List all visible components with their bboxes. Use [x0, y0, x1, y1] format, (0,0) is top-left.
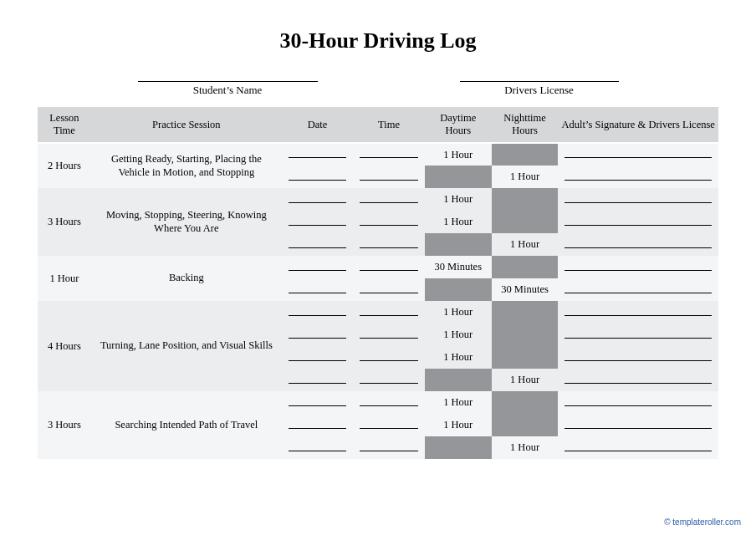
date-cell[interactable]	[282, 324, 354, 346]
col-lesson-time: Lesson Time	[38, 107, 91, 143]
col-daytime-hours: Daytime Hours	[425, 107, 492, 143]
time-cell[interactable]	[353, 324, 425, 346]
date-cell[interactable]	[282, 391, 354, 414]
col-signature: Adult’s Signature & Drivers License	[558, 107, 718, 143]
col-date: Date	[282, 107, 354, 143]
daytime-hours-cell: 30 Minutes	[425, 256, 492, 278]
page-title: 30-Hour Driving Log	[38, 28, 718, 54]
date-cell[interactable]	[282, 188, 354, 211]
date-cell[interactable]	[282, 369, 354, 391]
date-cell[interactable]	[282, 414, 354, 436]
signature-cell[interactable]	[558, 166, 718, 188]
nighttime-hours-cell	[492, 143, 559, 166]
student-name-label: Student’s Name	[193, 84, 263, 97]
table-row: 3 HoursMoving, Stopping, Steering, Knowi…	[38, 188, 718, 211]
nighttime-hours-cell	[492, 324, 559, 346]
date-cell[interactable]	[282, 233, 354, 256]
time-cell[interactable]	[353, 278, 425, 301]
signature-cell[interactable]	[558, 414, 718, 436]
daytime-hours-cell: 1 Hour	[425, 188, 492, 211]
practice-session-cell: Turning, Lane Position, and Visual Skill…	[91, 301, 282, 391]
practice-session-cell: Searching Intended Path of Travel	[91, 391, 282, 459]
signature-cell[interactable]	[558, 143, 718, 166]
driving-log-table: Lesson Time Practice Session Date Time D…	[38, 107, 718, 459]
signature-cell[interactable]	[558, 436, 718, 459]
date-cell[interactable]	[282, 301, 354, 324]
signature-cell[interactable]	[558, 188, 718, 211]
time-cell[interactable]	[353, 301, 425, 324]
daytime-hours-cell: 1 Hour	[425, 301, 492, 324]
practice-session-cell: Backing	[91, 256, 282, 301]
nighttime-hours-cell: 1 Hour	[492, 166, 559, 188]
time-cell[interactable]	[353, 188, 425, 211]
nighttime-hours-cell	[492, 211, 559, 233]
date-cell[interactable]	[282, 143, 354, 166]
drivers-license-input-line[interactable]	[460, 69, 619, 82]
date-cell[interactable]	[282, 256, 354, 278]
time-cell[interactable]	[353, 414, 425, 436]
lesson-time-cell: 4 Hours	[38, 301, 91, 391]
table-row: 4 HoursTurning, Lane Position, and Visua…	[38, 301, 718, 324]
time-cell[interactable]	[353, 436, 425, 459]
signature-cell[interactable]	[558, 278, 718, 301]
signature-cell[interactable]	[558, 233, 718, 256]
signature-cell[interactable]	[558, 346, 718, 369]
time-cell[interactable]	[353, 369, 425, 391]
nighttime-hours-cell	[492, 301, 559, 324]
drivers-license-field: Drivers License	[460, 69, 619, 97]
time-cell[interactable]	[353, 391, 425, 414]
daytime-hours-cell	[425, 166, 492, 188]
signature-cell[interactable]	[558, 256, 718, 278]
table-row: 1 HourBacking30 Minutes	[38, 256, 718, 278]
practice-session-cell: Moving, Stopping, Steering, Knowing Wher…	[91, 188, 282, 256]
daytime-hours-cell	[425, 436, 492, 459]
student-name-field: Student’s Name	[138, 69, 318, 97]
daytime-hours-cell: 1 Hour	[425, 346, 492, 369]
nighttime-hours-cell	[492, 391, 559, 414]
lesson-time-cell: 1 Hour	[38, 256, 91, 301]
nighttime-hours-cell	[492, 414, 559, 436]
time-cell[interactable]	[353, 143, 425, 166]
col-nighttime-hours: Nighttime Hours	[492, 107, 559, 143]
name-fields-row: Student’s Name Drivers License	[38, 69, 718, 97]
time-cell[interactable]	[353, 233, 425, 256]
time-cell[interactable]	[353, 256, 425, 278]
daytime-hours-cell: 1 Hour	[425, 143, 492, 166]
daytime-hours-cell	[425, 233, 492, 256]
nighttime-hours-cell: 1 Hour	[492, 233, 559, 256]
time-cell[interactable]	[353, 166, 425, 188]
student-name-input-line[interactable]	[138, 69, 318, 82]
date-cell[interactable]	[282, 346, 354, 369]
daytime-hours-cell	[425, 278, 492, 301]
nighttime-hours-cell	[492, 256, 559, 278]
signature-cell[interactable]	[558, 211, 718, 233]
daytime-hours-cell: 1 Hour	[425, 391, 492, 414]
nighttime-hours-cell: 30 Minutes	[492, 278, 559, 301]
daytime-hours-cell: 1 Hour	[425, 211, 492, 233]
nighttime-hours-cell	[492, 188, 559, 211]
signature-cell[interactable]	[558, 324, 718, 346]
col-time: Time	[353, 107, 425, 143]
lesson-time-cell: 2 Hours	[38, 143, 91, 188]
date-cell[interactable]	[282, 211, 354, 233]
date-cell[interactable]	[282, 278, 354, 301]
daytime-hours-cell: 1 Hour	[425, 414, 492, 436]
nighttime-hours-cell: 1 Hour	[492, 436, 559, 459]
table-row: 3 HoursSearching Intended Path of Travel…	[38, 391, 718, 414]
signature-cell[interactable]	[558, 369, 718, 391]
nighttime-hours-cell	[492, 346, 559, 369]
date-cell[interactable]	[282, 436, 354, 459]
nighttime-hours-cell: 1 Hour	[492, 369, 559, 391]
table-row: 2 HoursGetting Ready, Starting, Placing …	[38, 143, 718, 166]
col-practice-session: Practice Session	[91, 107, 282, 143]
footer-credit: © templateroller.com	[664, 517, 741, 527]
time-cell[interactable]	[353, 211, 425, 233]
practice-session-cell: Getting Ready, Starting, Placing the Veh…	[91, 143, 282, 188]
table-header-row: Lesson Time Practice Session Date Time D…	[38, 107, 718, 143]
date-cell[interactable]	[282, 166, 354, 188]
signature-cell[interactable]	[558, 301, 718, 324]
time-cell[interactable]	[353, 346, 425, 369]
lesson-time-cell: 3 Hours	[38, 188, 91, 256]
signature-cell[interactable]	[558, 391, 718, 414]
lesson-time-cell: 3 Hours	[38, 391, 91, 459]
